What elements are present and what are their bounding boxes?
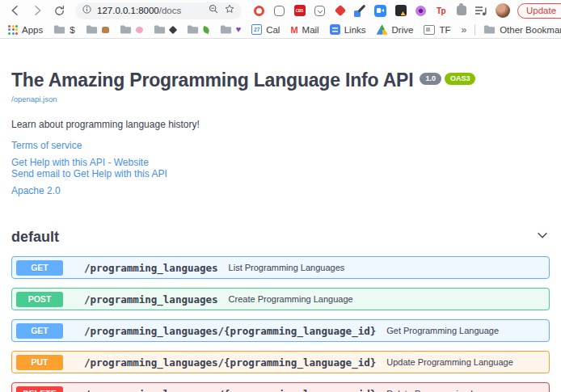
tag-name: default bbox=[11, 229, 59, 246]
op-summary: Get Programming Language bbox=[386, 326, 499, 335]
video-meeting-extension-icon[interactable] bbox=[373, 4, 387, 18]
bookmark-label: Apps bbox=[22, 25, 43, 35]
bookmark-mail[interactable]: M Mail bbox=[290, 25, 318, 35]
folder-icon bbox=[86, 24, 98, 35]
extensions-strip: CBS Tp bbox=[252, 4, 488, 18]
oas3-badge: OAS3 bbox=[445, 73, 476, 85]
bookmark-folder-leaf[interactable] bbox=[187, 24, 209, 35]
bookmark-apps[interactable]: Apps bbox=[8, 25, 43, 35]
operation-row[interactable]: GET /programming_languages List Programm… bbox=[11, 256, 550, 279]
method-badge: PUT bbox=[16, 355, 63, 370]
address-bar[interactable]: 127.0.0.1:8000/docs bbox=[75, 2, 242, 19]
bookmark-folder-horse[interactable] bbox=[86, 24, 109, 35]
browser-toolbar: 127.0.0.1:8000/docs CBS Tp Update bbox=[0, 0, 561, 21]
contact-email-link[interactable]: Send email to Get Help with this API bbox=[11, 168, 550, 179]
openapi-spec-link[interactable]: /openapi.json bbox=[11, 95, 57, 103]
pocket-extension-icon[interactable] bbox=[313, 4, 327, 18]
operation-row[interactable]: POST /programming_languages Create Progr… bbox=[11, 288, 550, 310]
op-summary: Update Programming Language bbox=[386, 357, 513, 367]
calendar-icon: 27 bbox=[251, 24, 262, 35]
links-icon bbox=[330, 24, 340, 35]
operation-row[interactable]: DELETE /programming_languages/{programmi… bbox=[11, 382, 550, 392]
op-path: /programming_languages/{programming_lang… bbox=[84, 325, 376, 337]
pink-emoji-icon bbox=[136, 27, 143, 33]
bookmarks-overflow-chevron[interactable]: » bbox=[461, 24, 466, 36]
folder-icon bbox=[120, 24, 132, 35]
puzzle-extension-icon[interactable] bbox=[454, 4, 468, 18]
chevron-down-icon[interactable] bbox=[535, 228, 550, 246]
op-path: /programming_languages bbox=[84, 262, 218, 274]
terms-of-service-link[interactable]: Terms of service bbox=[11, 140, 550, 151]
bookmark-folder-graduation[interactable] bbox=[154, 24, 176, 35]
op-summary: Delete Programming Language bbox=[386, 389, 510, 392]
folder-icon bbox=[483, 24, 496, 35]
playlist-extension-icon[interactable] bbox=[475, 4, 488, 18]
profile-avatar[interactable] bbox=[496, 3, 510, 18]
operation-row[interactable]: GET /programming_languages/{programming_… bbox=[11, 319, 550, 342]
bookmark-tf[interactable]: TF bbox=[424, 25, 450, 35]
api-description: Learn about programming language history… bbox=[11, 119, 550, 130]
bookmark-label: TF bbox=[439, 25, 450, 35]
tag-section-default[interactable]: default bbox=[11, 228, 550, 246]
bookmark-label: Links bbox=[344, 25, 366, 35]
method-badge: GET bbox=[16, 260, 63, 276]
bookmark-label: $ bbox=[70, 25, 74, 35]
folder-icon bbox=[53, 24, 65, 35]
purple-heart-emoji-icon: ♥ bbox=[236, 26, 242, 33]
op-path: /programming_languages/{programming_lang… bbox=[84, 388, 376, 392]
back-icon[interactable] bbox=[8, 3, 23, 18]
dark-robot-extension-icon[interactable] bbox=[394, 4, 407, 18]
method-badge: DELETE bbox=[16, 386, 63, 392]
bookmark-folder-heart[interactable]: ♥ bbox=[220, 24, 242, 35]
tp-extension-icon[interactable]: Tp bbox=[434, 4, 448, 18]
update-button[interactable]: Update bbox=[517, 3, 561, 19]
graduation-cap-emoji-icon bbox=[169, 25, 177, 33]
op-summary: List Programming Languages bbox=[229, 263, 345, 272]
site-info-icon[interactable] bbox=[82, 3, 92, 18]
chat-extension-icon[interactable] bbox=[272, 4, 286, 18]
op-path: /programming_languages bbox=[84, 293, 218, 306]
bookmark-folder-dollar[interactable]: $ bbox=[53, 24, 74, 35]
forward-icon[interactable] bbox=[30, 3, 44, 18]
swagger-page: The Amazing Programming Language Info AP… bbox=[0, 70, 561, 392]
cbs-extension-icon[interactable]: CBS bbox=[293, 4, 306, 18]
license-link[interactable]: Apache 2.0 bbox=[11, 185, 550, 196]
adblock-extension-icon[interactable] bbox=[252, 4, 266, 18]
diamond-extension-icon[interactable] bbox=[333, 4, 347, 18]
bookmark-star-icon[interactable] bbox=[224, 3, 235, 18]
reload-icon[interactable] bbox=[52, 3, 66, 18]
bookmark-folder-pink[interactable] bbox=[120, 24, 143, 35]
page-title: The Amazing Programming Language Info AP… bbox=[11, 70, 413, 91]
bookmark-drive[interactable]: Drive bbox=[377, 24, 414, 35]
bookmark-other-bookmarks[interactable]: Other Bookmarks bbox=[483, 24, 561, 35]
tf-icon bbox=[424, 25, 435, 35]
purple-flower-extension-icon[interactable] bbox=[414, 4, 428, 18]
version-badge: 1.0 bbox=[420, 73, 441, 85]
gmail-icon: M bbox=[290, 25, 297, 35]
method-badge: GET bbox=[16, 323, 63, 339]
highlighter-extension-icon[interactable] bbox=[353, 4, 367, 18]
url-text[interactable]: 127.0.0.1:8000/docs bbox=[97, 6, 181, 15]
folder-icon bbox=[220, 24, 232, 35]
method-badge: POST bbox=[16, 292, 63, 307]
bookmark-label: Other Bookmarks bbox=[500, 25, 561, 35]
bookmarks-bar: Apps $ ♥ 27 Cal M Mail Links Drive bbox=[0, 21, 561, 39]
folder-icon bbox=[154, 24, 166, 35]
bookmark-cal[interactable]: 27 Cal bbox=[251, 24, 280, 35]
bookmark-label: Cal bbox=[266, 25, 280, 35]
operations-list: GET /programming_languages List Programm… bbox=[11, 256, 550, 392]
bookmarks-separator bbox=[475, 24, 475, 36]
op-summary: Create Programming Language bbox=[229, 294, 353, 304]
bookmark-links[interactable]: Links bbox=[330, 24, 366, 35]
bookmark-label: Mail bbox=[302, 25, 319, 35]
operation-row[interactable]: PUT /programming_languages/{programming_… bbox=[11, 351, 550, 373]
drive-icon bbox=[377, 24, 388, 35]
zoom-out-icon[interactable] bbox=[208, 3, 219, 18]
apps-grid-icon bbox=[8, 25, 18, 35]
contact-website-link[interactable]: Get Help with this API - Website bbox=[11, 157, 550, 168]
horse-emoji-icon bbox=[102, 27, 109, 33]
op-path: /programming_languages/{programming_lang… bbox=[84, 356, 376, 369]
leaf-emoji-icon bbox=[202, 26, 210, 34]
folder-icon bbox=[187, 24, 199, 35]
bookmark-label: Drive bbox=[392, 25, 414, 35]
